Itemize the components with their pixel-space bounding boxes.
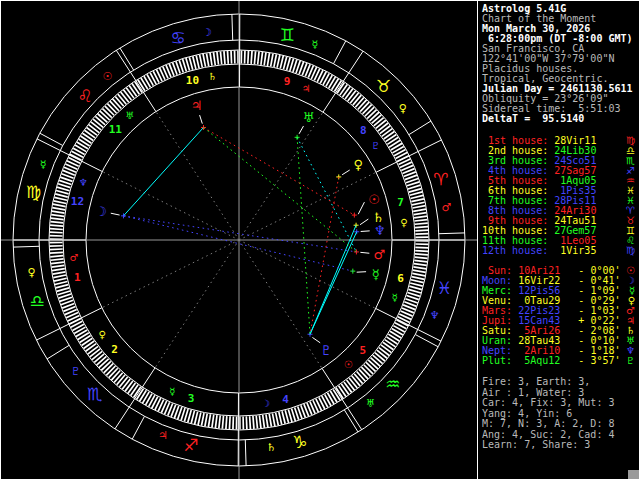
wheel-house-number-6: 6 — [397, 272, 404, 285]
planet-pointer-sun — [358, 202, 364, 214]
planet-pointer-mars — [360, 252, 369, 253]
wheel-sign-taurus-ruler-icon: ♀ — [399, 102, 407, 115]
wheel-house-number-9: 9 — [284, 75, 291, 88]
sign-boundary — [232, 14, 233, 40]
wheel-sign-sagittarius-ruler-icon: ♃ — [158, 429, 168, 442]
wheel-planet-mercury-icon: ☿ — [372, 267, 380, 282]
wheel-planet-uranus-icon: ♅ — [303, 110, 315, 125]
planet-velocity: - 3°57' — [560, 356, 620, 366]
planet-pointer-venus — [342, 170, 350, 175]
house-cusp-ray-11 — [156, 112, 239, 240]
planet-pointer-pluto — [312, 337, 320, 342]
wheel-house-number-7: 7 — [397, 196, 404, 209]
house-cusp-ray-12 — [102, 171, 239, 240]
window-border-top — [0, 0, 640, 1]
resize-grip[interactable] — [628, 470, 639, 479]
wheel-sign-aries-icon: ♈ — [433, 169, 448, 189]
planet-pointer-neptune — [361, 231, 370, 232]
summary-line-2: Car: 4, Fix: 3, Mut: 3 — [482, 398, 638, 409]
header-line-11: DeltaT = 95.5140 — [482, 114, 638, 124]
wheel-sign-gemini-ruler-icon: ☿ — [312, 38, 319, 51]
wheel-sign-gemini-icon: ♊ — [280, 25, 295, 45]
wheel-house-7-ruler-icon: ♀ — [400, 217, 407, 228]
wheel-sign-leo-icon: ♌ — [78, 86, 93, 106]
wheel-house-number-12: 12 — [71, 195, 84, 208]
wheel-sign-sagittarius-icon: ♐ — [183, 435, 198, 455]
wheel-house-8-ruler-icon: ♇ — [371, 140, 380, 151]
wheel-sign-aquarius-ruler-icon: ♅ — [366, 397, 376, 410]
house-cusp-ray-5 — [239, 240, 322, 368]
planet-pointer-moon — [111, 213, 120, 215]
element-summary: Fire: 3, Earth: 3,Air : 1, Water: 3Car: … — [482, 377, 638, 451]
window-border-left — [0, 0, 1, 480]
summary-line-6: Learn: 7, Share: 3 — [482, 440, 638, 451]
sign-boundary — [40, 133, 63, 145]
wheel-sign-leo-ruler-icon: ☉ — [102, 70, 112, 83]
wheel-house-3-ruler-icon: ☿ — [169, 386, 175, 397]
aspect-line-neptune-pluto — [310, 232, 357, 334]
house-cusp-ray-8 — [239, 172, 376, 240]
wheel-sign-libra-icon: ♎ — [29, 291, 44, 311]
aspect-line-venus-pluto — [310, 177, 339, 334]
planet-pointer-uranus — [299, 126, 303, 134]
chart-wheel: ♈♂♉♀♊☿♋☽♌☉♍☿♎♀♏♇♐♃♑♄♒♅♓♆1♂2♀3☿4☽5☉6☿7♀8♇… — [0, 0, 478, 480]
wheel-house-6-ruler-icon: ☿ — [392, 292, 398, 303]
wheel-planet-mars-icon: ♂ — [373, 247, 385, 262]
wheel-sign-pisces-icon: ♓ — [437, 278, 452, 298]
wheel-planet-moon-icon: ☽ — [95, 204, 107, 219]
wheel-house-number-11: 11 — [109, 123, 123, 136]
wheel-sign-virgo-icon: ♍ — [26, 182, 41, 202]
planet-pointer-jupiter — [200, 115, 203, 124]
house-cusp-ray-9 — [239, 112, 323, 240]
house-label: 12th house: — [482, 246, 548, 256]
aspect-line-jupiter-mars — [204, 127, 357, 251]
chart-header: Astrolog 5.41GChart of the MomentMon Mar… — [482, 4, 638, 124]
wheel-house-number-4: 4 — [282, 393, 289, 406]
panel-divider — [477, 0, 478, 480]
wheel-sign-cancer-icon: ♋ — [170, 28, 185, 48]
sign-boundary — [439, 233, 465, 234]
wheel-sign-capricorn-ruler-icon: ♄ — [266, 441, 276, 454]
planet-pointer-mercury — [357, 272, 366, 273]
wheel-sign-capricorn-icon: ♑ — [292, 432, 307, 452]
wheel-sign-scorpio-icon: ♏ — [87, 384, 102, 404]
planet-row-♇: Plut: 5Aqu12 - 3°57'♇ — [482, 356, 638, 366]
aspect-line-moon-jupiter — [123, 127, 203, 215]
wheel-planet-neptune-icon: ♆ — [374, 223, 386, 238]
wheel-sign-cancer-ruler-icon: ☽ — [202, 26, 212, 39]
planet-pointer-saturn — [360, 219, 368, 225]
wheel-planet-venus-icon: ♀ — [353, 157, 363, 172]
wheel-sign-aries-ruler-icon: ♂ — [442, 201, 452, 214]
wheel-planet-pluto-icon: ♇ — [321, 343, 333, 358]
wheel-house-number-5: 5 — [359, 344, 366, 357]
aspect-line-jupiter-sun — [204, 127, 355, 215]
house-table: 1st house: 28Vir11♍ 2nd house: 24Lib30♎ … — [482, 136, 638, 256]
wheel-sign-aquarius-icon: ♒ — [385, 374, 400, 394]
sign-boundary — [245, 440, 246, 466]
wheel-sign-scorpio-ruler-icon: ♇ — [70, 365, 80, 378]
sign-boundary — [13, 246, 39, 247]
wheel-house-number-3: 3 — [188, 392, 195, 405]
wheel-house-number-10: 10 — [186, 74, 199, 87]
wheel-house-1-ruler-icon: ♂ — [69, 252, 78, 263]
wheel-house-4-ruler-icon: ☽ — [261, 398, 270, 409]
astrolog-window: ♈♂♉♀♊☿♋☽♌☉♍☿♎♀♏♇♐♃♑♄♒♅♓♆1♂2♀3☿4☽5☉6☿7♀8♇… — [0, 0, 640, 480]
wheel-sign-taurus-icon: ♉ — [376, 76, 391, 96]
planet-table: Sun: 10Ari21 - 0°00'☉Moon: 16Vir22 - 0°4… — [482, 266, 638, 366]
wheel-sign-libra-ruler-icon: ♀ — [27, 266, 35, 279]
wheel-house-number-2: 2 — [111, 343, 118, 356]
wheel-house-11-ruler-icon: ♅ — [125, 110, 134, 121]
sign-boundary — [415, 335, 438, 347]
sign-boundary — [334, 41, 346, 64]
wheel-house-9-ruler-icon: ♃ — [302, 83, 311, 94]
wheel-house-2-ruler-icon: ♀ — [99, 329, 106, 340]
house-cusp-ray-3 — [155, 240, 239, 368]
house-sign-icon: ♍ — [626, 246, 638, 256]
planet-label: Plut: — [482, 356, 512, 366]
wheel-house-10-ruler-icon: ♄ — [208, 71, 217, 82]
wheel-house-number-8: 8 — [360, 124, 367, 137]
house-row-12: 12th house: 1Vir35♍ — [482, 246, 638, 256]
wheel-house-12-ruler-icon: ♆ — [79, 177, 88, 188]
wheel-house-number-1: 1 — [74, 271, 81, 284]
sign-boundary — [409, 121, 431, 135]
